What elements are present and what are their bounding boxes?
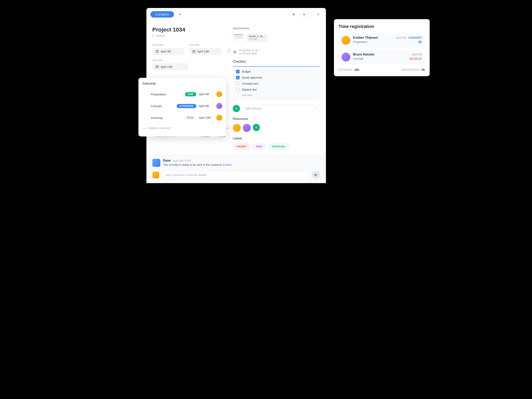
drag-handle-icon[interactable]: ⋮⋮ [142, 93, 148, 96]
comment-text: The concept is ready to be sent to the c… [163, 163, 320, 166]
topbar: In progress [146, 8, 326, 21]
subcard-name: Preparation [151, 93, 182, 96]
due-date-label: Due date [152, 59, 229, 62]
add-checklist-item[interactable]: Add item [242, 94, 317, 97]
label-chip[interactable]: PRIO [252, 143, 266, 150]
checklist-label: Deposit due [242, 88, 257, 91]
label-chip[interactable]: APPROVED [268, 143, 289, 150]
registered-value: 5h [422, 68, 425, 71]
mention[interactable]: Evelien [223, 163, 232, 166]
checklist-label: Quote approved [242, 76, 262, 79]
time-entry[interactable]: Evelien Thijssen April 4thCONCEPT Prepar… [339, 33, 425, 47]
time-entry-hours: 00:04:31 [410, 57, 422, 61]
time-entry-name: Evelien Thijssen [353, 36, 378, 39]
checklist-body: BudgetQuote approvedConcept sentDeposit … [233, 67, 320, 100]
time-entry-date: April 8th [412, 53, 422, 56]
subcard-status: DONE [185, 92, 196, 96]
status-pill[interactable]: In progress [150, 11, 174, 18]
star-icon[interactable] [290, 11, 297, 18]
return-icon [142, 127, 146, 130]
time-entry-task: Concept [353, 57, 363, 61]
drag-handle-icon[interactable]: ⋮⋮ [142, 116, 148, 119]
subcard-status: IN PROGRESS [177, 104, 196, 108]
checklist-label: Concept sent [242, 82, 259, 85]
add-checklist-input[interactable]: Add checklist [242, 105, 320, 112]
comment-time: April 10th 10:59 [173, 159, 191, 162]
file-info[interactable]: Quote_C.Ja… 8.8 MB [246, 33, 267, 42]
send-button[interactable] [312, 171, 320, 179]
label-chip[interactable]: URGENT [233, 143, 251, 150]
avatar [152, 159, 160, 167]
time-entry-hours: 5h [418, 40, 422, 44]
close-icon[interactable] [315, 11, 322, 18]
subcards-panel: Subcards ⋮⋮ Preparation DONE April 4th ⋮… [139, 78, 226, 136]
reply-input[interactable]: Ask a question or post an update [162, 171, 310, 179]
registered-label: REGISTERED [401, 68, 419, 71]
project-title: Project 1034 [152, 26, 229, 33]
end-date-input[interactable]: April 12th [189, 48, 221, 55]
copy-icon [233, 50, 237, 54]
calendar-icon [156, 65, 159, 69]
start-date-label: Start date [152, 43, 184, 46]
svg-rect-0 [156, 51, 158, 53]
create-subcard[interactable]: Create a new card [139, 123, 226, 133]
subcards-title: Subcards [139, 82, 226, 88]
timereg-title: Time registration [339, 24, 425, 29]
resource-avatar[interactable] [233, 124, 241, 132]
checklist-item[interactable]: Quote approved [236, 76, 317, 79]
subcard-row[interactable]: ⋮⋮ Invoicing TO DO April 10th [139, 112, 226, 123]
subcard-date: April 10th [199, 116, 213, 119]
quick-action-button[interactable] [300, 11, 312, 17]
checklist-label: Budget [242, 70, 251, 73]
subcard-date: April 8th [199, 104, 213, 108]
svg-rect-3 [234, 51, 236, 53]
time-entry-task: Preparation [353, 40, 367, 44]
time-entry[interactable]: Bruce Hansen April 8th Concept 00:04:31 [339, 50, 425, 64]
time-entry-name: Bruce Hansen [353, 53, 375, 56]
project-owner: C. Janzen [152, 34, 229, 37]
file-thumbnail[interactable] [233, 33, 244, 42]
svg-rect-1 [193, 51, 195, 53]
subcard-date: April 4th [199, 93, 213, 96]
avatar [216, 91, 222, 97]
calendar-icon [156, 50, 159, 53]
file-dropzone[interactable]: Drag files to up… or browse files [233, 45, 320, 60]
checklist-item[interactable]: Deposit due [236, 88, 317, 91]
comment: Dave April 10th 10:59 The concept is rea… [152, 159, 320, 167]
subcard-status: TO DO [184, 116, 196, 120]
chevron-down-icon [314, 107, 317, 110]
resources-title: Resources [233, 117, 320, 121]
drag-handle-icon[interactable]: ⋮⋮ [142, 104, 148, 108]
avatar [216, 115, 222, 121]
end-date-label: End date [189, 43, 221, 46]
svg-rect-2 [156, 66, 158, 68]
time-registration-panel: Time registration Evelien Thijssen April… [334, 19, 430, 76]
subcard-name: Concept [151, 104, 174, 108]
checkbox[interactable] [236, 70, 240, 73]
add-resource-button[interactable]: + [253, 124, 260, 131]
attachments-title: Attachments [233, 26, 320, 30]
start-date-input[interactable]: April 3th [152, 48, 184, 55]
avatar [152, 171, 159, 178]
estimate-label: ESTIMATE [339, 68, 353, 71]
send-icon [314, 173, 317, 177]
checklist-item[interactable]: Budget [236, 70, 317, 73]
estimate-value: 15h [354, 68, 359, 71]
calendar-icon [192, 50, 196, 53]
add-checklist-button[interactable]: + [233, 105, 240, 112]
subcard-row[interactable]: ⋮⋮ Preparation DONE April 4th [139, 88, 226, 100]
labels-title: Labels [233, 137, 320, 140]
subcard-name: Invoicing [151, 116, 182, 120]
time-entry-tag: CONCEPT [408, 36, 422, 39]
next-status-button[interactable] [177, 11, 183, 18]
resource-avatar[interactable] [243, 124, 251, 132]
checkbox[interactable] [236, 88, 240, 91]
due-date-input[interactable]: April 12th [152, 63, 188, 70]
checkbox[interactable] [236, 82, 240, 85]
checklist-title: Checklist [233, 60, 320, 67]
refresh-icon[interactable] [228, 49, 231, 53]
time-entry-date: April 4th [396, 36, 406, 39]
checkbox[interactable] [236, 76, 240, 79]
checklist-item[interactable]: Concept sent [236, 82, 317, 85]
subcard-row[interactable]: ⋮⋮ Concept IN PROGRESS April 8th [139, 100, 226, 112]
